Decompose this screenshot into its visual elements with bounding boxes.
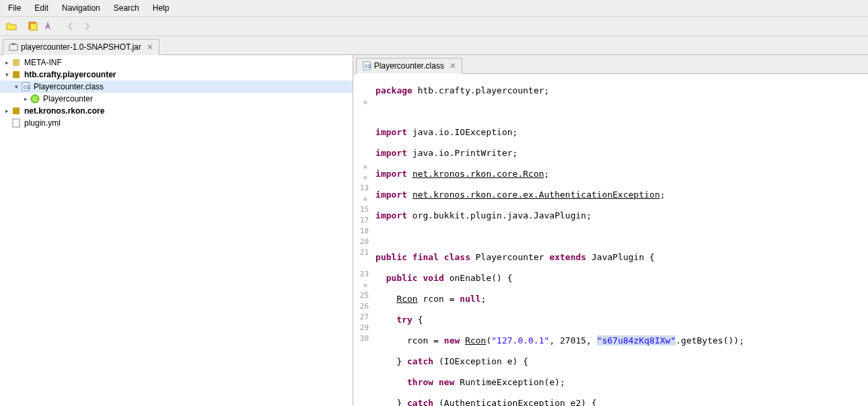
archive-tabbar: playercounter-1.0-SNAPSHOT.jar ✕ (0, 36, 868, 55)
svg-rect-5 (13, 71, 20, 78)
highlight-icon[interactable] (42, 19, 57, 34)
svg-rect-10 (13, 108, 20, 114)
close-icon[interactable]: ✕ (147, 42, 153, 52)
package-tree[interactable]: ▸ META-INF ▾ htb.crafty.playercounter ▾ … (0, 55, 353, 406)
archive-tab[interactable]: playercounter-1.0-SNAPSHOT.jar ✕ (3, 39, 159, 55)
svg-text:010: 010 (24, 85, 30, 89)
class-file-icon: 010 (362, 61, 371, 71)
editor-tab-label: Playercounter.class (374, 61, 444, 71)
class-icon: C (30, 93, 40, 104)
close-icon[interactable]: ✕ (449, 61, 456, 71)
tree-node-metainf[interactable]: ▸ META-INF (0, 56, 353, 69)
save-all-icon[interactable] (26, 19, 40, 34)
expander-icon[interactable]: ▸ (22, 95, 30, 102)
menu-edit[interactable]: Edit (29, 1, 54, 15)
code-content[interactable]: package htb.crafty.playercounter; import… (373, 74, 868, 406)
tree-node-htb[interactable]: ▾ htb.crafty.playercounter (0, 69, 353, 81)
nav-forward-icon[interactable] (79, 19, 94, 34)
svg-rect-1 (30, 24, 37, 30)
svg-rect-11 (13, 119, 20, 127)
expander-icon[interactable]: ▸ (3, 108, 11, 114)
svg-text:C: C (33, 96, 37, 102)
editor-panel: 010 Playercounter.class ✕ ⊖ ⊖ ⊖ 13 ⊖ 15 (353, 55, 868, 406)
menubar: File Edit Navigation Search Help (0, 0, 868, 17)
archive-tab-label: playercounter-1.0-SNAPSHOT.jar (21, 42, 141, 52)
expander-icon[interactable]: ▾ (12, 83, 20, 90)
open-file-icon[interactable] (4, 19, 19, 34)
package-icon (11, 69, 22, 80)
tree-node-playercounter[interactable]: ▸ C Playercounter (0, 93, 353, 105)
package-icon (11, 57, 22, 68)
menu-help[interactable]: Help (147, 1, 175, 15)
svg-rect-2 (9, 44, 17, 50)
expander-icon[interactable]: ▸ (3, 59, 11, 66)
menu-navigation[interactable]: Navigation (57, 1, 106, 15)
menu-file[interactable]: File (3, 1, 26, 15)
editor-tabbar: 010 Playercounter.class ✕ (353, 55, 868, 74)
code-editor[interactable]: ⊖ ⊖ ⊖ 13 ⊖ 15 17 18 20 21 23 ⊖ 25 26 (353, 74, 868, 406)
tree-node-plugin-yml[interactable]: plugin.yml (0, 117, 353, 129)
svg-text:010: 010 (365, 64, 371, 69)
svg-rect-3 (11, 43, 15, 45)
package-icon (11, 106, 22, 116)
menu-search[interactable]: Search (108, 1, 145, 15)
jar-icon (9, 42, 18, 52)
file-icon (11, 118, 22, 128)
tree-node-playercounter-class[interactable]: ▾ 010 Playercounter.class (0, 81, 353, 93)
line-gutter: ⊖ ⊖ ⊖ 13 ⊖ 15 17 18 20 21 23 ⊖ 25 26 (353, 74, 373, 406)
tree-node-kronos[interactable]: ▸ net.kronos.rkon.core (0, 105, 353, 117)
expander-icon[interactable]: ▾ (3, 71, 11, 78)
svg-rect-4 (13, 59, 20, 66)
editor-tab[interactable]: 010 Playercounter.class ✕ (356, 58, 462, 74)
nav-back-icon[interactable] (63, 19, 78, 34)
class-file-icon: 010 (20, 81, 31, 92)
workspace: ▸ META-INF ▾ htb.crafty.playercounter ▾ … (0, 55, 868, 406)
toolbar (0, 17, 868, 36)
